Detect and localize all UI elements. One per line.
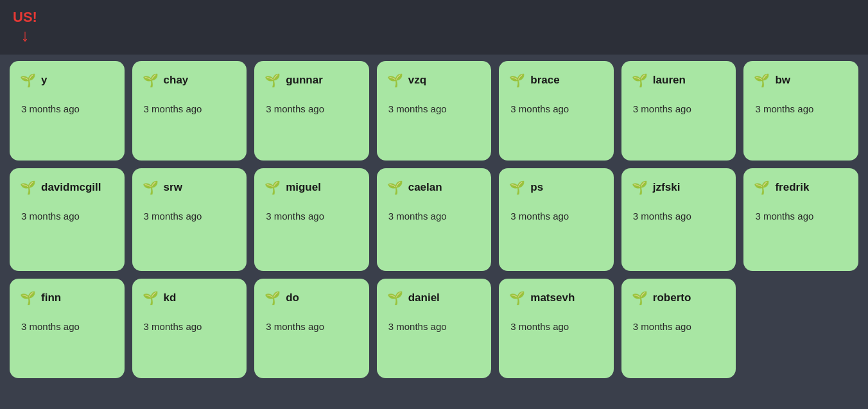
card-roberto[interactable]: 🌱roberto3 months ago xyxy=(621,279,736,378)
card-timestamp: 3 months ago xyxy=(265,103,359,114)
arrow-icon: ↓ xyxy=(21,26,29,46)
card-header: 🌱daniel xyxy=(387,290,482,306)
card-timestamp: 3 months ago xyxy=(20,103,114,114)
card-header: 🌱jzfski xyxy=(632,180,726,195)
sprout-icon: 🌱 xyxy=(20,290,36,306)
card-username: daniel xyxy=(408,292,440,304)
card-username: y xyxy=(41,74,47,87)
sprout-icon: 🌱 xyxy=(143,290,159,306)
card-timestamp: 3 months ago xyxy=(20,211,114,222)
card-header: 🌱caelan xyxy=(387,180,482,195)
card-timestamp: 3 months ago xyxy=(632,321,726,332)
sprout-icon: 🌱 xyxy=(509,73,525,88)
card-username: ps xyxy=(530,181,543,194)
card-header: 🌱chay xyxy=(143,73,237,88)
us-label: US! ↓ xyxy=(13,9,37,46)
sprout-icon: 🌱 xyxy=(265,73,281,88)
card-lauren[interactable]: 🌱lauren3 months ago xyxy=(621,61,736,161)
card-header: 🌱roberto xyxy=(632,290,726,306)
card-username: matsevh xyxy=(530,292,575,304)
card-header: 🌱vzq xyxy=(387,73,482,88)
card-header: 🌱do xyxy=(265,290,359,306)
card-timestamp: 3 months ago xyxy=(143,103,237,114)
card-gunnar[interactable]: 🌱gunnar3 months ago xyxy=(254,61,369,161)
sprout-icon: 🌱 xyxy=(754,73,770,88)
card-username: srw xyxy=(164,181,182,194)
card-timestamp: 3 months ago xyxy=(143,321,237,332)
card-username: roberto xyxy=(653,292,691,304)
sprout-icon: 🌱 xyxy=(632,180,648,195)
card-timestamp: 3 months ago xyxy=(143,211,237,222)
card-do[interactable]: 🌱do3 months ago xyxy=(254,279,369,378)
card-header: 🌱lauren xyxy=(632,73,726,88)
card-username: vzq xyxy=(408,74,426,87)
sprout-icon: 🌱 xyxy=(265,290,281,306)
card-timestamp: 3 months ago xyxy=(265,211,359,222)
card-username: jzfski xyxy=(653,181,681,194)
card-header: 🌱brace xyxy=(509,73,603,88)
card-username: fredrik xyxy=(775,181,809,194)
card-davidmcgill[interactable]: 🌱davidmcgill3 months ago xyxy=(10,168,125,271)
card-srw[interactable]: 🌱srw3 months ago xyxy=(132,168,247,271)
card-timestamp: 3 months ago xyxy=(387,211,482,222)
card-header: 🌱y xyxy=(20,73,114,88)
card-username: do xyxy=(286,292,299,304)
card-daniel[interactable]: 🌱daniel3 months ago xyxy=(377,279,492,378)
card-finn[interactable]: 🌱finn3 months ago xyxy=(10,279,125,378)
card-header: 🌱matsevh xyxy=(509,290,603,306)
card-username: brace xyxy=(530,74,559,87)
card-timestamp: 3 months ago xyxy=(754,211,848,222)
card-username: kd xyxy=(164,292,177,304)
card-timestamp: 3 months ago xyxy=(387,321,482,332)
sprout-icon: 🌱 xyxy=(632,73,648,88)
sprout-icon: 🌱 xyxy=(143,180,159,195)
card-username: gunnar xyxy=(286,74,323,87)
card-header: 🌱gunnar xyxy=(265,73,359,88)
card-header: 🌱davidmcgill xyxy=(20,180,114,195)
card-timestamp: 3 months ago xyxy=(509,103,603,114)
sprout-icon: 🌱 xyxy=(387,73,403,88)
card-bw[interactable]: 🌱bw3 months ago xyxy=(743,61,858,161)
card-grid: 🌱y3 months ago🌱chay3 months ago🌱gunnar3 … xyxy=(0,55,868,385)
sprout-icon: 🌱 xyxy=(387,180,403,195)
card-chay[interactable]: 🌱chay3 months ago xyxy=(132,61,247,161)
card-header: 🌱finn xyxy=(20,290,114,306)
card-timestamp: 3 months ago xyxy=(509,321,603,332)
card-matsevh[interactable]: 🌱matsevh3 months ago xyxy=(499,279,614,378)
card-timestamp: 3 months ago xyxy=(387,103,482,114)
card-miguel[interactable]: 🌱miguel3 months ago xyxy=(254,168,369,271)
card-username: finn xyxy=(41,292,61,304)
card-header: 🌱bw xyxy=(754,73,848,88)
sprout-icon: 🌱 xyxy=(143,73,159,88)
card-timestamp: 3 months ago xyxy=(509,211,603,222)
us-text: US! xyxy=(13,9,37,26)
sprout-icon: 🌱 xyxy=(20,180,36,195)
card-header: 🌱kd xyxy=(143,290,237,306)
sprout-icon: 🌱 xyxy=(754,180,770,195)
card-kd[interactable]: 🌱kd3 months ago xyxy=(132,279,247,378)
card-brace[interactable]: 🌱brace3 months ago xyxy=(499,61,614,161)
sprout-icon: 🌱 xyxy=(265,180,281,195)
sprout-icon: 🌱 xyxy=(632,290,648,306)
card-timestamp: 3 months ago xyxy=(265,321,359,332)
card-username: chay xyxy=(164,74,189,87)
card-header: 🌱fredrik xyxy=(754,180,848,195)
card-username: bw xyxy=(775,74,790,87)
sprout-icon: 🌱 xyxy=(509,290,525,306)
card-jzfski[interactable]: 🌱jzfski3 months ago xyxy=(621,168,736,271)
card-ps[interactable]: 🌱ps3 months ago xyxy=(499,168,614,271)
card-y[interactable]: 🌱y3 months ago xyxy=(10,61,125,161)
card-header: 🌱ps xyxy=(509,180,603,195)
card-caelan[interactable]: 🌱caelan3 months ago xyxy=(377,168,492,271)
card-timestamp: 3 months ago xyxy=(754,103,848,114)
card-username: caelan xyxy=(408,181,442,194)
card-timestamp: 3 months ago xyxy=(20,321,114,332)
card-vzq[interactable]: 🌱vzq3 months ago xyxy=(377,61,492,161)
top-bar: US! ↓ xyxy=(0,0,868,55)
card-username: davidmcgill xyxy=(41,181,101,194)
sprout-icon: 🌱 xyxy=(20,73,36,88)
card-fredrik[interactable]: 🌱fredrik3 months ago xyxy=(743,168,858,271)
card-timestamp: 3 months ago xyxy=(632,211,726,222)
card-username: lauren xyxy=(653,74,686,87)
card-username: miguel xyxy=(286,181,321,194)
